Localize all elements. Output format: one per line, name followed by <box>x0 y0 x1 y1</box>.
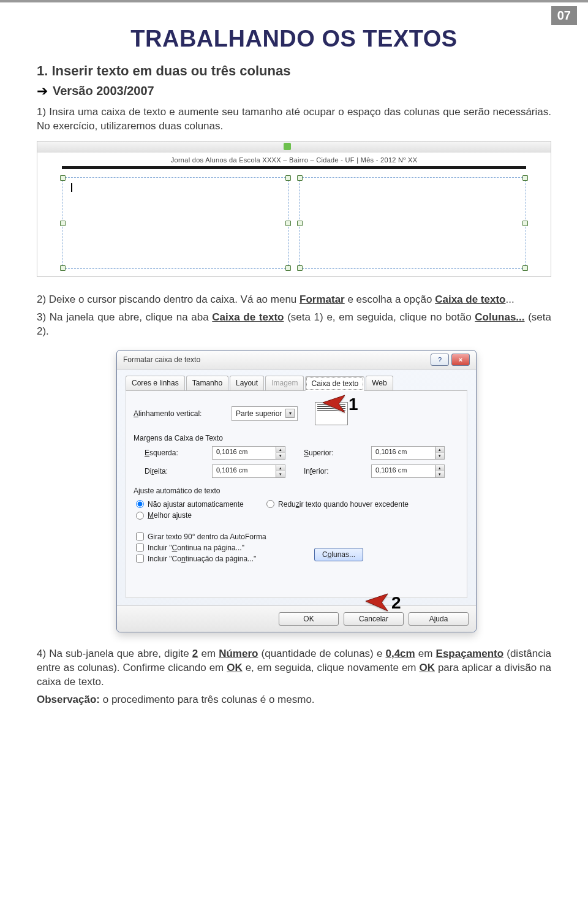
columns-button[interactable]: Colunas... <box>314 548 363 561</box>
paragraph-4: 4) Na sub-janela que abre, digite 2 em N… <box>37 647 551 689</box>
paragraph-3: 3) Na janela que abre, clique na aba Cai… <box>37 311 551 339</box>
version-label: Versão 2003/2007 <box>53 84 154 98</box>
margin-left-label: Esquerda: <box>145 449 194 457</box>
observation: Observação: o procedimento para três col… <box>37 693 551 707</box>
help-icon[interactable]: ? <box>431 354 449 366</box>
help-button[interactable]: Ajuda <box>409 612 469 626</box>
close-icon[interactable]: × <box>451 354 470 366</box>
tab-imagem: Imagem <box>265 376 304 390</box>
dialog-title: Formatar caixa de texto <box>123 355 200 364</box>
margin-bottom-input[interactable]: 0,1016 cm▴▾ <box>371 464 445 478</box>
radio-nao-ajustar[interactable]: Não ajustar automaticamente <box>136 499 244 510</box>
check-continuacao[interactable]: Incluir "Continuação da página..." <box>136 553 439 564</box>
margin-top-label: Superior: <box>304 449 353 457</box>
dialog-tabs: Cores e linhas Tamanho Layout Imagem Cai… <box>126 376 467 391</box>
format-textbox-dialog-screenshot: Formatar caixa de texto ? × Cores e linh… <box>116 350 477 632</box>
tab-layout[interactable]: Layout <box>230 376 264 390</box>
paragraph-1: 1) Insira uma caixa de texto e aumente s… <box>37 105 551 134</box>
radio-reduzir[interactable]: Reduzir texto quando houver excedente <box>266 499 409 510</box>
tab-caixa-de-texto[interactable]: Caixa de texto <box>305 376 364 391</box>
cancel-button[interactable]: Cancelar <box>344 612 404 626</box>
vertical-align-label: AAlinhamento vertical:linhamento vertica… <box>134 409 225 418</box>
page-title: TRABALHANDO OS TEXTOS <box>37 26 551 52</box>
tab-tamanho[interactable]: Tamanho <box>186 376 228 390</box>
margins-section-label: Margens da Caixa de Texto <box>134 434 459 442</box>
autofit-section-label: Ajuste automático de texto <box>134 487 459 495</box>
tab-web[interactable]: Web <box>366 376 393 390</box>
preview-icon <box>315 402 348 425</box>
arrow-right-icon: ➔ <box>37 85 48 98</box>
margin-right-label: Direita: <box>145 467 194 476</box>
margin-top-input[interactable]: 0,1016 cm▴▾ <box>371 446 445 460</box>
check-girar[interactable]: Girar texto 90° dentro da AutoForma <box>136 531 439 542</box>
ok-button[interactable]: OK <box>279 612 339 626</box>
paragraph-2: 2) Deixe o cursor piscando dentro da cai… <box>37 293 551 307</box>
chevron-down-icon: ▾ <box>285 409 295 418</box>
doc-header-text: Jornal dos Alunos da Escola XXXX – Bairr… <box>171 156 418 164</box>
tab-cores-linhas[interactable]: Cores e linhas <box>126 376 185 390</box>
section-subtitle: 1. Inserir texto em duas ou três colunas <box>37 63 551 79</box>
check-continua[interactable]: Incluir "Continua na página..." <box>136 542 439 553</box>
radio-melhor-ajuste[interactable]: Melhor ajuste <box>136 510 192 521</box>
margin-bottom-label: Inferior: <box>304 467 353 476</box>
margin-left-input[interactable]: 0,1016 cm▴▾ <box>212 446 285 460</box>
vertical-align-select[interactable]: Parte superior ▾ <box>232 406 298 421</box>
margin-right-input[interactable]: 0,1016 cm▴▾ <box>212 464 285 478</box>
word-columns-screenshot: Jornal dos Alunos da Escola XXXX – Bairr… <box>37 141 551 277</box>
